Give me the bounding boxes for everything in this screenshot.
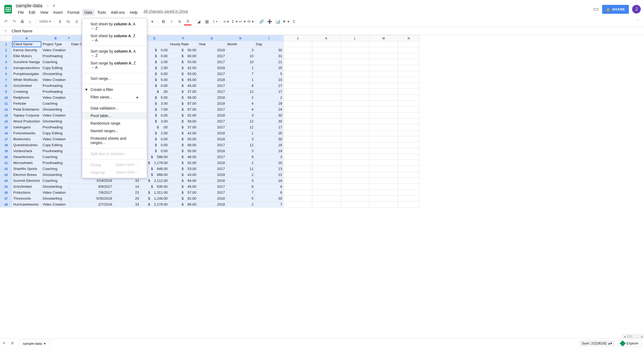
cell[interactable]: 2017 (197, 142, 226, 148)
cell[interactable]: Coaching (41, 59, 70, 65)
cell[interactable]: $ 42.00 (169, 130, 197, 136)
col-header-G[interactable]: G (197, 35, 226, 41)
cell[interactable] (369, 71, 398, 77)
cell[interactable]: $ 2,178.00 (140, 202, 169, 207)
cell[interactable] (398, 107, 420, 112)
cell[interactable]: Pumpkinavigatio (12, 71, 42, 77)
cell[interactable]: Petal Entertainm (12, 107, 42, 112)
cell[interactable] (283, 124, 312, 130)
menu-sort-range-az[interactable]: Sort range by column A, A → Z (82, 47, 147, 59)
cell[interactable]: 17 (255, 124, 283, 130)
cell[interactable] (369, 47, 398, 53)
cell[interactable] (341, 154, 369, 160)
cell[interactable]: 1 (226, 65, 255, 71)
cell[interactable]: $ 50.00 (169, 136, 197, 142)
cell[interactable] (312, 112, 341, 118)
cell[interactable]: 3 (226, 136, 255, 142)
cell[interactable] (283, 118, 312, 124)
cell[interactable]: $ 45.00 (169, 184, 197, 190)
cell[interactable] (341, 160, 369, 166)
menu-pivot-table[interactable]: Pivot table... (82, 112, 147, 120)
cell[interactable] (283, 101, 312, 107)
cell[interactable] (312, 107, 341, 112)
share-button[interactable]: 🔒 SHARE (602, 5, 629, 14)
cell[interactable]: $ 62.00 (169, 196, 197, 202)
collapse-toolbar-button[interactable]: ˆ (634, 18, 642, 25)
cell[interactable] (312, 53, 341, 59)
row-header[interactable]: 13 (0, 112, 12, 118)
cell[interactable]: Video Creation (41, 95, 70, 101)
cell[interactable] (369, 136, 398, 142)
col-header-L[interactable]: L (341, 35, 369, 41)
menu-create-filter[interactable]: ▼Create a filter (82, 86, 147, 93)
cell[interactable] (312, 166, 341, 172)
cell[interactable] (398, 41, 420, 47)
cell[interactable]: 2018 (197, 95, 226, 101)
cell[interactable] (341, 202, 369, 207)
cell[interactable]: 2017 (197, 83, 226, 89)
cell[interactable] (283, 89, 312, 95)
row-header[interactable]: 11 (0, 101, 12, 107)
cell[interactable] (398, 130, 420, 136)
menu-edit[interactable]: Edit (27, 9, 38, 16)
cell[interactable] (283, 112, 312, 118)
cell[interactable]: 12 (226, 118, 255, 124)
cell[interactable]: 10 (226, 53, 255, 59)
cell[interactable] (398, 202, 420, 207)
horizontal-scrollbar[interactable]: ◂▸ (622, 335, 644, 338)
cell[interactable] (398, 124, 420, 130)
cell[interactable] (312, 83, 341, 89)
row-header[interactable]: 22 (0, 166, 12, 172)
cell[interactable]: 21 (255, 59, 283, 65)
rotate-button[interactable]: ⟲ ▾ (247, 18, 254, 25)
cell[interactable]: 5/30/2018 (70, 196, 113, 202)
cell[interactable]: $ 62.00 (169, 112, 197, 118)
cell[interactable]: 1 (226, 130, 255, 136)
cell[interactable] (398, 154, 420, 160)
cell[interactable] (341, 83, 369, 89)
cell[interactable] (369, 142, 398, 148)
cell[interactable] (341, 136, 369, 142)
cell[interactable]: Vortexshack (12, 148, 42, 154)
cell[interactable]: $ 65.00 (169, 77, 197, 83)
chart-button[interactable]: 📊 (274, 18, 281, 25)
cell[interactable]: 30 (255, 136, 283, 142)
cell[interactable]: $ 53.00 (169, 166, 197, 172)
cell[interactable]: 3 (226, 178, 255, 184)
cell[interactable] (398, 89, 420, 95)
cell[interactable]: 18 (255, 178, 283, 184)
cell[interactable]: 7/6/2017 (70, 190, 113, 196)
cell[interactable] (398, 112, 420, 118)
cell[interactable] (341, 112, 369, 118)
cell[interactable]: 5 (255, 71, 283, 77)
cell[interactable]: Proofreading (41, 83, 70, 89)
cell[interactable] (283, 202, 312, 207)
cell[interactable]: 30 (255, 47, 283, 53)
cell[interactable]: 4 (226, 107, 255, 112)
cell[interactable]: Coaching (41, 166, 70, 172)
cell[interactable] (312, 124, 341, 130)
cell[interactable]: $ 57.00 (169, 190, 197, 196)
cell[interactable]: 17 (255, 89, 283, 95)
cell[interactable]: 2018 (197, 148, 226, 154)
cell[interactable] (312, 202, 341, 207)
cell[interactable]: 24 (255, 107, 283, 112)
cell[interactable]: $ 1,240.00 (140, 196, 169, 202)
cell[interactable]: 22 (255, 172, 283, 178)
cell[interactable] (283, 172, 312, 178)
cell[interactable]: Video Creation (41, 190, 70, 196)
cell[interactable]: Elite Motors (12, 53, 42, 59)
cell[interactable]: $ 67.00 (169, 101, 197, 107)
cell[interactable]: 2017 (197, 166, 226, 172)
cell[interactable] (283, 53, 312, 59)
cell[interactable] (341, 142, 369, 148)
cell[interactable]: Ghostwriting (41, 172, 70, 178)
cell[interactable]: 7 (226, 71, 255, 77)
cell[interactable]: Video Creation (41, 136, 70, 142)
cell[interactable] (283, 136, 312, 142)
cell[interactable] (312, 190, 341, 196)
select-all-corner[interactable] (0, 35, 12, 41)
cell[interactable]: Video Creation (41, 202, 70, 207)
cell[interactable] (398, 65, 420, 71)
cell[interactable] (398, 142, 420, 148)
